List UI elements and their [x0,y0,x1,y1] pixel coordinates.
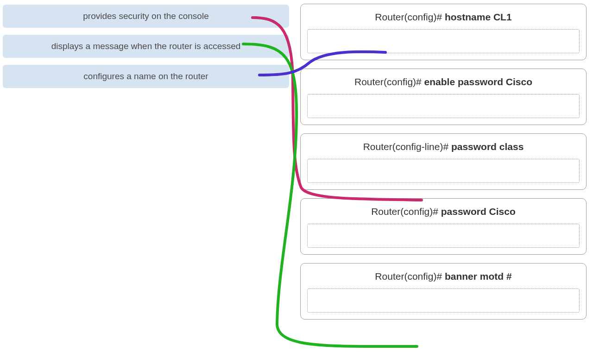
source-label: provides security on the console [83,11,208,21]
drop-zone[interactable] [307,29,580,53]
target-prompt: Router(config-line)# [363,141,451,152]
target-prompt: Router(config)# [375,12,445,22]
target-title: Router(config-line)# password class [307,141,580,152]
target-title: Router(config)# hostname CL1 [307,12,580,23]
target-banner-motd[interactable]: Router(config)# banner motd # [300,263,587,320]
target-command: password class [451,141,524,152]
target-line-password[interactable]: Router(config-line)# password class [300,133,587,190]
target-prompt: Router(config)# [354,76,424,87]
target-prompt: Router(config)# [371,206,441,217]
target-command: banner motd # [445,271,512,282]
target-hostname[interactable]: Router(config)# hostname CL1 [300,4,587,60]
target-prompt: Router(config)# [375,271,445,282]
target-password-cisco[interactable]: Router(config)# password Cisco [300,198,587,255]
target-enable-password[interactable]: Router(config)# enable password Cisco [300,69,587,125]
target-column: Router(config)# hostname CL1 Router(conf… [300,4,587,328]
source-label: displays a message when the router is ac… [51,41,241,51]
drop-zone[interactable] [307,224,580,248]
matching-diagram: provides security on the console display… [0,0,593,364]
source-item-console-security[interactable]: provides security on the console [3,5,289,28]
source-item-display-message[interactable]: displays a message when the router is ac… [3,35,289,58]
source-item-configure-name[interactable]: configures a name on the router [3,65,289,88]
target-title: Router(config)# password Cisco [307,206,580,217]
drop-zone[interactable] [307,289,580,313]
source-label: configures a name on the router [83,71,208,81]
target-command: enable password Cisco [424,76,532,87]
source-column: provides security on the console display… [3,5,289,95]
target-command: hostname CL1 [445,12,512,22]
drop-zone[interactable] [307,159,580,183]
drop-zone[interactable] [307,94,580,118]
target-command: password Cisco [441,206,516,217]
target-title: Router(config)# banner motd # [307,271,580,282]
target-title: Router(config)# enable password Cisco [307,76,580,88]
